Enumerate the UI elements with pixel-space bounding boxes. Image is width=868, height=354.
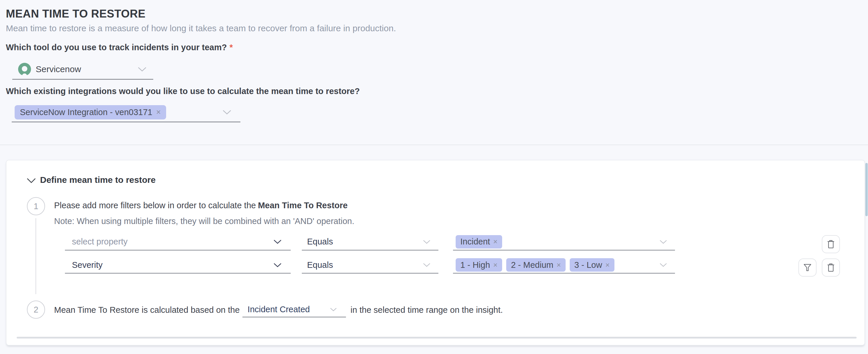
tool-question-text: Which tool do you use to track incidents… — [6, 43, 227, 52]
filter-value-chip-label: 1 - High — [460, 260, 490, 270]
step-2-badge: 2 — [27, 300, 45, 319]
tool-select[interactable]: Servicenow — [12, 60, 153, 80]
filter-value-chip-label: 2 - Medium — [511, 260, 553, 270]
step-connector-line — [35, 218, 36, 294]
filter-1-property-placeholder: select property — [72, 237, 127, 247]
definition-card: Define mean time to restore 1 Please add… — [6, 160, 865, 346]
required-asterisk: * — [229, 43, 233, 52]
chevron-down-icon — [423, 262, 431, 267]
horizontal-scrollbar[interactable] — [17, 337, 857, 339]
integrations-question-text: Which existing integrations would you li… — [6, 86, 360, 96]
chevron-down-icon — [423, 240, 431, 244]
tool-select-value: Servicenow — [36, 64, 81, 74]
collapse-chevron-icon[interactable] — [26, 178, 36, 184]
step-1-instruction: Please add more filters below in order t… — [54, 201, 348, 210]
chevron-down-icon — [659, 262, 668, 267]
chevron-down-icon — [273, 262, 282, 268]
trash-icon — [827, 239, 835, 249]
servicenow-logo-icon — [18, 63, 31, 76]
trash-icon — [827, 262, 835, 273]
filter-value-chip-label: Incident — [460, 237, 490, 247]
filter-1-operator-value: Equals — [307, 237, 333, 247]
integration-chip: ServiceNow Integration - ven03171 × — [14, 105, 166, 119]
funnel-icon — [803, 263, 812, 272]
vertical-scrollbar-thumb[interactable] — [865, 163, 868, 216]
step-2-text-after: in the selected time range on the insigh… — [351, 305, 503, 315]
filter-2-property-select[interactable]: Severity — [65, 257, 291, 274]
chip-remove-icon[interactable]: × — [493, 238, 498, 245]
filter-value-chip-label: 3 - Low — [575, 260, 602, 270]
chevron-down-icon — [137, 67, 147, 72]
filter-1-operator-select[interactable]: Equals — [302, 234, 438, 251]
filter-2-operator-value: Equals — [307, 260, 333, 270]
integration-chip-label: ServiceNow Integration - ven03171 — [20, 107, 152, 117]
page-subtitle: Mean time to restore is a measure of how… — [6, 23, 396, 33]
integrations-question-label: Which existing integrations would you li… — [6, 86, 360, 96]
delete-filter-1-button[interactable] — [822, 235, 840, 253]
filter-action-button[interactable] — [798, 258, 816, 277]
filter-1-property-select[interactable]: select property — [65, 234, 291, 251]
page-title: MEAN TIME TO RESTORE — [6, 8, 145, 20]
filter-value-chip: Incident × — [456, 235, 502, 249]
filter-2-operator-select[interactable]: Equals — [302, 257, 438, 274]
chevron-down-icon — [659, 240, 668, 244]
chip-remove-icon[interactable]: × — [493, 261, 498, 269]
filter-value-chip: 3 - Low × — [570, 258, 615, 272]
step-1-instruction-text: Please add more filters below in order t… — [54, 201, 256, 210]
chip-remove-icon[interactable]: × — [156, 108, 161, 116]
event-select-value: Incident Created — [248, 305, 310, 314]
chevron-down-icon — [273, 239, 282, 244]
step-2-instruction: Mean Time To Restore is calculated based… — [54, 302, 503, 318]
step-2-text-before: Mean Time To Restore is calculated based… — [54, 305, 240, 315]
tool-question-label: Which tool do you use to track incidents… — [6, 43, 233, 52]
step-1-instruction-emphasis: Mean Time To Restore — [258, 201, 348, 210]
step-1-badge: 1 — [27, 197, 45, 215]
step-1-note: Note: When using multiple filters, they … — [54, 216, 354, 226]
filter-value-chip: 2 - Medium × — [506, 258, 566, 272]
filter-value-chip: 1 - High × — [456, 258, 502, 272]
chip-remove-icon[interactable]: × — [557, 261, 561, 269]
delete-filter-2-button[interactable] — [822, 258, 840, 277]
section-divider — [0, 145, 868, 145]
chevron-down-icon — [330, 307, 337, 312]
event-select[interactable]: Incident Created — [243, 302, 346, 318]
filter-1-values-select[interactable]: Incident × — [453, 234, 675, 251]
chevron-down-icon — [222, 109, 231, 115]
chip-remove-icon[interactable]: × — [606, 261, 610, 269]
card-title: Define mean time to restore — [40, 175, 156, 185]
filter-2-property-value: Severity — [72, 260, 103, 270]
filter-2-values-select[interactable]: 1 - High × 2 - Medium × 3 - Low × — [453, 257, 675, 274]
integrations-select[interactable]: ServiceNow Integration - ven03171 × — [12, 103, 240, 122]
